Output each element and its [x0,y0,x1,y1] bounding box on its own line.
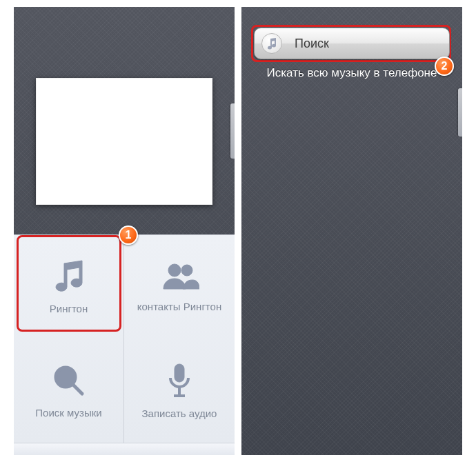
bottom-bar [14,443,235,455]
search-music-button[interactable]: Поиск музыки [14,339,124,443]
step-badge-2: 2 [435,57,454,76]
scroll-indicator[interactable] [458,88,462,137]
search-button-label: Поиск [295,37,329,51]
menu-label: Записать аудио [142,408,217,419]
contacts-ringtone-button[interactable]: контакты Рингтон [124,235,235,339]
phone-screen-right: Поиск 2 Искать всю музыку в телефоне [241,7,462,455]
svg-rect-4 [175,364,184,382]
search-area: Поиск 2 Искать всю музыку в телефоне [254,28,450,80]
music-note-icon [50,259,88,296]
search-button[interactable]: Поиск [254,28,450,59]
search-hint-text: Искать всю музыку в телефоне [254,66,450,80]
step-badge-1: 1 [119,225,138,245]
menu-grid: 1 Рингтон контакты Рингтон Поиск музыки [14,234,235,443]
svg-point-1 [181,265,192,276]
music-note-icon [261,33,282,54]
record-audio-button[interactable]: Записать аудио [124,339,235,443]
people-icon [159,261,199,294]
menu-label: контакты Рингтон [137,301,221,312]
menu-label: Поиск музыки [35,407,101,419]
ringtone-button[interactable]: Рингтон [14,235,124,339]
scroll-indicator[interactable] [230,103,235,159]
microphone-icon [168,363,191,401]
search-icon [52,363,86,400]
album-art-placeholder [36,78,212,205]
menu-label: Рингтон [50,303,88,314]
phone-screen-left: 1 Рингтон контакты Рингтон Поиск музыки [14,7,235,455]
svg-line-3 [73,385,82,394]
artwork-area [14,7,235,234]
svg-point-0 [168,264,181,277]
